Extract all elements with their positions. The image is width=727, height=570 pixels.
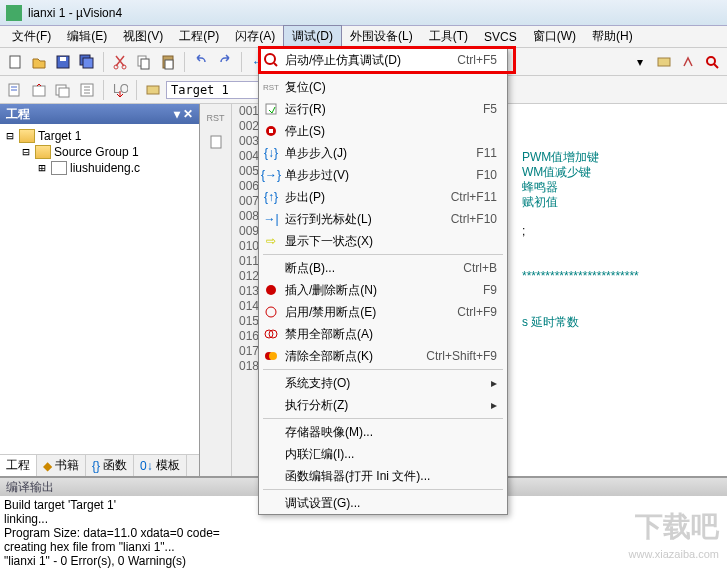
doc-icon[interactable]	[206, 132, 226, 152]
kill-all-bp-icon	[261, 347, 281, 365]
copy-button[interactable]	[133, 51, 155, 73]
tree-group[interactable]: ⊟ Source Group 1	[4, 144, 195, 160]
menu-edit[interactable]: 编辑(E)	[59, 26, 115, 47]
translate-button[interactable]	[4, 79, 26, 101]
rebuild-button[interactable]	[52, 79, 74, 101]
menu-breakpoints[interactable]: 断点(B)... Ctrl+B	[259, 257, 507, 279]
run-icon	[261, 100, 281, 118]
download-button[interactable]: LOAD	[109, 79, 131, 101]
expand-icon[interactable]: ⊞	[36, 161, 48, 175]
menu-peripherals[interactable]: 外围设备(L)	[342, 26, 421, 47]
menu-step-over[interactable]: {→} 单步步过(V) F10	[259, 164, 507, 186]
redo-button[interactable]	[214, 51, 236, 73]
new-file-button[interactable]	[4, 51, 26, 73]
tree-root[interactable]: ⊟ Target 1	[4, 128, 195, 144]
svg-rect-2	[60, 57, 66, 61]
project-tree[interactable]: ⊟ Target 1 ⊟ Source Group 1 ⊞ liushuiden…	[0, 124, 199, 454]
reset-icon: RST	[261, 78, 281, 96]
submenu-arrow-icon: ▸	[491, 398, 501, 412]
menu-stop[interactable]: 停止(S)	[259, 120, 507, 142]
step-out-icon: {↑}	[261, 188, 281, 206]
menu-step-out[interactable]: {↑} 步出(P) Ctrl+F11	[259, 186, 507, 208]
svg-rect-17	[59, 88, 69, 97]
svg-rect-20	[147, 86, 159, 94]
target-select[interactable]	[166, 81, 266, 99]
svg-point-31	[269, 352, 277, 360]
tool-a-button[interactable]	[653, 51, 675, 73]
project-panel-header: 工程 ▾ ✕	[0, 104, 199, 124]
reset-icon[interactable]: RST	[206, 108, 226, 128]
svg-rect-12	[658, 58, 670, 66]
tree-file[interactable]: ⊞ liushuideng.c	[4, 160, 195, 176]
menu-debug[interactable]: 调试(D)	[283, 25, 342, 48]
build-button[interactable]	[28, 79, 50, 101]
save-button[interactable]	[52, 51, 74, 73]
save-all-button[interactable]	[76, 51, 98, 73]
project-panel-tabs: 工程 ◆书籍 {}函数 0↓模板	[0, 454, 199, 476]
open-file-button[interactable]	[28, 51, 50, 73]
menu-run-to-cursor[interactable]: →| 运行到光标处(L) Ctrl+F10	[259, 208, 507, 230]
tab-templates[interactable]: 0↓模板	[134, 455, 187, 476]
app-icon	[6, 5, 22, 21]
expand-icon[interactable]: ⊟	[4, 129, 16, 143]
tool-b-button[interactable]	[677, 51, 699, 73]
menu-disable-all-bp[interactable]: 禁用全部断点(A)	[259, 323, 507, 345]
expand-icon[interactable]: ⊟	[20, 145, 32, 159]
menu-view[interactable]: 视图(V)	[115, 26, 171, 47]
run-cursor-icon: →|	[261, 210, 281, 228]
target-options-button[interactable]	[142, 79, 164, 101]
cut-button[interactable]	[109, 51, 131, 73]
menu-start-stop-debug[interactable]: 启动/停止仿真调试(D) Ctrl+F5	[259, 49, 507, 71]
menu-window[interactable]: 窗口(W)	[525, 26, 584, 47]
tab-books[interactable]: ◆书籍	[37, 455, 86, 476]
menu-reset[interactable]: RST 复位(C)	[259, 76, 507, 98]
menu-show-next[interactable]: ⇨ 显示下一状态(X)	[259, 230, 507, 252]
svg-rect-25	[269, 129, 273, 133]
menu-enable-disable-bp[interactable]: 启用/禁用断点(E) Ctrl+F9	[259, 301, 507, 323]
project-panel: 工程 ▾ ✕ ⊟ Target 1 ⊟ Source Group 1 ⊞ liu…	[0, 104, 200, 476]
tab-project[interactable]: 工程	[0, 455, 37, 476]
step-over-icon: {→}	[261, 166, 281, 184]
menu-func-editor[interactable]: 函数编辑器(打开 Ini 文件)...	[259, 465, 507, 487]
file-icon	[51, 161, 67, 175]
undo-button[interactable]	[190, 51, 212, 73]
menu-inline-asm[interactable]: 内联汇编(I)...	[259, 443, 507, 465]
svg-rect-8	[141, 59, 149, 69]
menu-insert-remove-bp[interactable]: 插入/删除断点(N) F9	[259, 279, 507, 301]
editor-toolbar-vertical: RST	[200, 104, 232, 476]
menu-step-into[interactable]: {↓} 单步步入(J) F11	[259, 142, 507, 164]
config-button[interactable]: ▾	[629, 51, 651, 73]
menu-os-support[interactable]: 系统支持(O) ▸	[259, 372, 507, 394]
tab-functions[interactable]: {}函数	[86, 455, 134, 476]
menu-flash[interactable]: 闪存(A)	[227, 26, 283, 47]
menu-help[interactable]: 帮助(H)	[584, 26, 641, 47]
show-next-icon: ⇨	[261, 232, 281, 250]
find-button[interactable]	[701, 51, 723, 73]
folder-icon	[35, 145, 51, 159]
stop-icon	[261, 122, 281, 140]
menu-bar: 文件(F) 编辑(E) 视图(V) 工程(P) 闪存(A) 调试(D) 外围设备…	[0, 26, 727, 48]
tree-file-label: liushuideng.c	[70, 161, 140, 175]
svg-rect-4	[83, 58, 93, 68]
menu-run[interactable]: 运行(R) F5	[259, 98, 507, 120]
tree-root-label: Target 1	[38, 129, 81, 143]
menu-file[interactable]: 文件(F)	[4, 26, 59, 47]
menu-kill-all-bp[interactable]: 清除全部断点(K) Ctrl+Shift+F9	[259, 345, 507, 367]
menu-memory-map[interactable]: 存储器映像(M)...	[259, 421, 507, 443]
tree-group-label: Source Group 1	[54, 145, 139, 159]
menu-project[interactable]: 工程(P)	[171, 26, 227, 47]
menu-debug-settings[interactable]: 调试设置(G)...	[259, 492, 507, 514]
svg-rect-21	[211, 136, 221, 148]
close-icon[interactable]: ▾ ✕	[174, 107, 193, 121]
paste-button[interactable]	[157, 51, 179, 73]
menu-tools[interactable]: 工具(T)	[421, 26, 476, 47]
batch-build-button[interactable]	[76, 79, 98, 101]
submenu-arrow-icon: ▸	[491, 376, 501, 390]
svg-rect-10	[165, 60, 173, 69]
menu-svcs[interactable]: SVCS	[476, 28, 525, 46]
disable-all-bp-icon	[261, 325, 281, 343]
title-bar: lianxi 1 - µVision4	[0, 0, 727, 26]
step-into-icon: {↓}	[261, 144, 281, 162]
svg-rect-15	[33, 86, 45, 96]
menu-exec-profiling[interactable]: 执行分析(Z) ▸	[259, 394, 507, 416]
